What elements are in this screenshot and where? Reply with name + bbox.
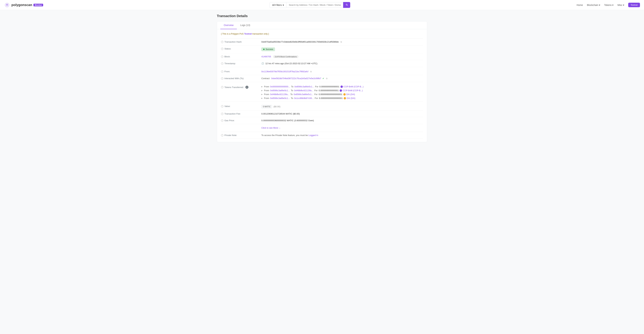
nav-misc[interactable]: Misc ▾ [618, 4, 624, 6]
token-from-link[interactable]: 0x0000000000000... [270, 85, 290, 88]
arrow-icon: ▶ [261, 97, 263, 99]
copy-icon[interactable]: ⧉ [310, 70, 312, 73]
transfers-count-badge: 4 [246, 86, 248, 89]
testnet-button[interactable]: Testnet [628, 3, 640, 7]
from-address-link[interactable]: 0x1136e63078d7f55b193151ff76a21bc7f692af… [261, 70, 308, 73]
token-to-link[interactable]: 0x8566c3a66e5c1... [294, 93, 313, 96]
token-name-link[interactable]: DAI (DAI) [346, 93, 355, 96]
tokens-row: ? Tokens Transferred: 4 ▶ From 0x0000000… [221, 83, 423, 102]
txn-hash-value: 0xb970a83a95038e77c0debd820b6b3ff90df01a… [261, 41, 423, 43]
status-dot [263, 49, 264, 50]
help-icon[interactable]: ? [221, 77, 224, 80]
nav-blockchain[interactable]: Blockchain ▾ [587, 4, 600, 6]
chevron-down-icon: ▾ [599, 4, 600, 6]
help-icon[interactable]: ? [221, 113, 224, 115]
token-badge: DAI (DAI) [344, 97, 355, 99]
tab-logs[interactable]: Logs (13) [237, 21, 254, 29]
nav-home[interactable]: Home [577, 4, 583, 6]
gas-price-row: ? Gas Price: 0.0000000003600000032 MATIC… [221, 117, 423, 124]
logo-text: polygonscan [12, 3, 32, 7]
token-icon [340, 89, 342, 92]
logo-badge: Mumbai [34, 4, 43, 6]
token-to-link[interactable]: 0x1cc86b9b67c93... [294, 97, 314, 99]
arrow-icon: ▶ [261, 90, 263, 91]
txn-fee-value: 0.001206961210728544 MATIC ($0.00) [261, 113, 423, 115]
help-icon[interactable]: ? [221, 134, 224, 137]
txn-fee-label: ? Transaction Fee: [221, 113, 258, 115]
from-label: ? From: [221, 70, 258, 73]
search-button[interactable] [343, 2, 350, 8]
txn-hash-row: ? Transaction Hash: 0xb970a83a95038e77c0… [221, 38, 423, 45]
private-note-row: ? Private Note: To access the Private No… [221, 132, 423, 139]
search-input[interactable] [286, 2, 343, 8]
help-icon[interactable]: ? [221, 70, 224, 73]
token-icon [340, 86, 343, 88]
filter-label: All Filters [272, 4, 282, 6]
logged-in-link[interactable]: Logged In [308, 134, 318, 137]
block-value: 41490705 21476 Block Confirmations [261, 55, 423, 58]
tokens-label: ? Tokens Transferred: 4 [221, 85, 258, 89]
private-note-label: ? Private Note: [221, 134, 258, 137]
main-content: Transaction Details Overview Logs (13) [… [213, 10, 431, 146]
value-row: ? Value: 0 MATIC ($0.00) [221, 103, 423, 111]
chevron-down-icon: ▾ [623, 4, 624, 6]
help-icon[interactable]: ? [221, 48, 224, 50]
token-icon [343, 93, 346, 96]
transaction-card: Overview Logs (13) [ This is a Polygon P… [217, 21, 427, 142]
see-more-area: Click to see More ↓ [261, 125, 423, 131]
token-name-link[interactable]: DAI (DAI) [347, 97, 355, 99]
tokens-value: ▶ From 0x0000000000000... To 0x8566c3a66… [261, 85, 423, 99]
help-icon[interactable]: ? [221, 105, 224, 108]
copy-icon[interactable]: ⧉ [325, 77, 328, 80]
block-confirmations: 21476 Block Confirmations [273, 55, 298, 58]
arrow-down-icon: ↓ [279, 127, 280, 129]
testnet-notice: [ This is a Polygon PoS Testnet transact… [221, 32, 423, 35]
token-name-link[interactable]: CCIP-BnM (CCIP-B...) [343, 89, 363, 92]
status-badge: Success [261, 47, 275, 51]
token-from-link[interactable]: 0x8566c3a66e5c1... [270, 89, 290, 92]
tabs: Overview Logs (13) [217, 21, 427, 29]
help-icon[interactable]: ? [221, 41, 224, 43]
header: polygonscan Mumbai All Filters ▾ Home Bl… [0, 0, 644, 10]
arrow-icon: ▶ [261, 93, 263, 95]
nav-tokens[interactable]: Tokens ▾ [604, 4, 614, 6]
copy-icon[interactable]: ⧉ [340, 41, 343, 43]
txn-fee-row: ? Transaction Fee: 0.001206961210728544 … [221, 111, 423, 117]
value-label: ? Value: [221, 105, 258, 108]
search-icon [346, 3, 348, 6]
list-item: ▶ From 0xf48bfbc62115fa... To 0x8566c3a6… [261, 93, 423, 96]
token-name-link[interactable]: CCIP-BnM (CCIP-B...) [344, 86, 364, 88]
logo-icon [4, 2, 10, 8]
list-item: ▶ From 0x0000000000000... To 0x8566c3a66… [261, 85, 423, 88]
page-title: Transaction Details [217, 14, 427, 18]
gas-price-value: 0.0000000003600000032 MATIC (3.600000032… [261, 119, 423, 122]
value-amount-badge: 0 MATIC [261, 105, 272, 108]
block-number-link[interactable]: 41490705 [261, 55, 271, 58]
token-from-link[interactable]: 0x8566c3a66e5c1... [270, 97, 290, 99]
interacted-row: ? Interacted With (To): Contract 0xbe582… [221, 75, 423, 82]
token-from-link[interactable]: 0xf48bfbc62115fa... [270, 93, 289, 96]
gas-price-label: ? Gas Price: [221, 119, 258, 122]
status-row: ? Status: Success [221, 45, 423, 53]
interacted-address-link[interactable]: 0xbe582db704bd387222c70ca2e5a027e5e2c06f… [271, 77, 321, 80]
see-more-button[interactable]: Click to see More ↓ [261, 125, 280, 131]
token-badge: CCIP-BnM (CCIP-B...) [340, 86, 364, 88]
token-to-link[interactable]: 0xf48bfbc62115fa... [294, 89, 313, 92]
list-item: ▶ From 0x8566c3a66e5c1... To 0xf48bfbc62… [261, 89, 423, 92]
help-icon[interactable]: ? [221, 55, 224, 58]
tab-overview[interactable]: Overview [220, 21, 237, 29]
from-value: 0x1136e63078d7f55b193151ff76a21bc7f692af… [261, 70, 423, 73]
filter-button[interactable]: All Filters ▾ [270, 2, 286, 8]
block-row: ? Block: 41490705 21476 Block Confirmati… [221, 53, 423, 60]
status-value: Success [261, 47, 423, 51]
list-item: ▶ From 0x8566c3a66e5c1... To 0x1cc86b9b6… [261, 97, 423, 99]
help-icon[interactable]: ? [221, 86, 224, 88]
token-to-link[interactable]: 0x8566c3a66e5c1... [294, 85, 314, 88]
token-badge: CCIP-BnM (CCIP-B...) [340, 89, 363, 92]
help-icon[interactable]: ? [221, 62, 224, 65]
verified-icon: ✔ [322, 77, 324, 80]
token-icon [344, 97, 346, 99]
logo-area: polygonscan Mumbai [4, 2, 43, 8]
help-icon[interactable]: ? [221, 119, 224, 122]
interacted-value: Contract 0xbe582db704bd387222c70ca2e5a02… [261, 77, 423, 80]
